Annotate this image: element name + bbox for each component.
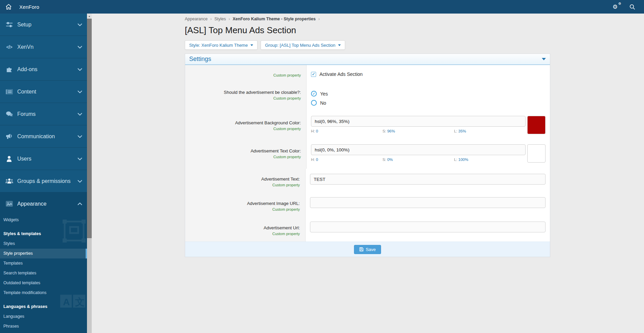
chevron-up-icon [77, 203, 82, 205]
form-row-image-url: Advertisement Image URL: Custom property [185, 192, 550, 217]
sidebar-item-label: Content [17, 89, 36, 95]
code-icon: </> [5, 44, 14, 50]
sidebar-section-appearance: Appearance Widgets Styles & templates St… [0, 192, 87, 333]
form-row-url: Advertisement Url: Custom property [185, 217, 550, 242]
sidebar-item-label: Add-ons [17, 66, 38, 72]
breadcrumb-styles[interactable]: Styles [214, 17, 226, 21]
sidebar-item-widgets[interactable]: Widgets [0, 215, 87, 225]
sidebar-item-setup[interactable]: Setup [0, 14, 87, 36]
sidebar-item-phrases[interactable]: Phrases [0, 321, 87, 331]
settings-panel-header[interactable]: Settings [185, 54, 550, 65]
field-label: Advertisement Image URL: [191, 201, 300, 206]
save-button[interactable]: Save [354, 245, 381, 254]
radio-label-yes[interactable]: Yes [320, 91, 328, 97]
closable-yes-radio[interactable]: ✓ [311, 91, 317, 97]
newspaper-icon [5, 89, 14, 95]
field-label: Advertisement Url: [191, 225, 300, 231]
sidebar-item-search-phrases[interactable]: Search phrases [0, 331, 87, 333]
field-label: Should the advertisement be closable?: [191, 90, 301, 95]
lightness-value[interactable]: 100% [458, 158, 468, 162]
sidebar-item-label: Forums [17, 111, 36, 117]
scrollbar-thumb[interactable] [87, 19, 92, 238]
settings-gears-icon[interactable]: ⚙⚙ [613, 3, 621, 11]
custom-property-label: Custom property [191, 183, 300, 187]
custom-property-label: Custom property [191, 96, 301, 100]
sidebar-item-users[interactable]: Users [0, 148, 87, 170]
lightness-value[interactable]: 35% [458, 129, 466, 133]
ad-text-input[interactable] [310, 174, 546, 185]
bg-color-swatch[interactable] [527, 116, 546, 134]
puzzle-icon [5, 66, 14, 72]
save-floppy-icon [359, 247, 363, 251]
text-color-input[interactable] [311, 144, 526, 155]
field-label: Advertisement Text Color: [191, 148, 301, 154]
sidebar-item-styles[interactable]: Styles [0, 239, 87, 249]
custom-property-label: Custom property [191, 207, 300, 211]
sidebar-item-content[interactable]: Content [0, 81, 87, 103]
chevron-down-icon [77, 46, 82, 48]
field-label: Advertisement Background Color: [191, 120, 301, 126]
sidebar-item-outdated-templates[interactable]: Outdated templates [0, 278, 87, 288]
subnav-heading-styles-templates: Styles & templates [0, 229, 87, 239]
sidebar-item-groups-permissions[interactable]: Groups & permissions [0, 170, 87, 192]
form-row-closable: Should the advertisement be closable?: C… [185, 84, 550, 112]
breadcrumb-separator: › [318, 17, 320, 21]
page-title: [ASL] Top Menu Ads Section [185, 24, 550, 36]
activate-ads-checkbox[interactable]: ✓ [311, 72, 316, 77]
appearance-subnav: Widgets Styles & templates Styles Style … [0, 215, 87, 333]
sidebar-item-label: Groups & permissions [17, 178, 70, 184]
ad-image-url-input[interactable] [310, 197, 546, 208]
sidebar-item-addons[interactable]: Add-ons [0, 58, 87, 81]
home-icon[interactable] [5, 3, 12, 11]
user-group-icon [5, 178, 14, 184]
saturation-value[interactable]: 0% [387, 158, 393, 162]
caret-down-icon [250, 44, 253, 46]
hue-value[interactable]: 0 [316, 129, 318, 133]
sidebar-item-appearance[interactable]: Appearance [0, 192, 87, 215]
sliders-icon [5, 22, 14, 28]
group-selector-button[interactable]: Group: [ASL] Top Menu Ads Section [261, 40, 345, 50]
search-icon[interactable] [629, 4, 635, 10]
sidebar-scrollbar[interactable]: ▲ [87, 14, 92, 333]
sidebar-item-communication[interactable]: Communication [0, 125, 87, 148]
sidebar-item-templates[interactable]: Templates [0, 258, 87, 268]
sidebar-item-label: Appearance [17, 201, 46, 207]
panel-footer: Save [185, 242, 550, 257]
breadcrumb-separator: › [210, 17, 212, 21]
saturation-value[interactable]: 96% [387, 129, 395, 133]
chevron-down-icon [77, 158, 82, 160]
megaphone-icon [5, 133, 14, 139]
app-title: XenForo [19, 4, 39, 10]
topbar: XenForo ⚙⚙ [0, 0, 644, 14]
hue-value[interactable]: 0 [316, 158, 318, 162]
bg-color-input[interactable] [311, 116, 526, 127]
scrollbar-up-button[interactable]: ▲ [87, 14, 92, 19]
breadcrumb: Appearance › Styles › XenForo Kalium The… [185, 14, 550, 21]
sidebar: Setup </> XenVn Add-ons Content Forums C… [0, 14, 87, 333]
closable-no-radio[interactable] [311, 100, 317, 106]
radio-label-no[interactable]: No [320, 100, 326, 106]
breadcrumb-appearance[interactable]: Appearance [185, 17, 207, 21]
style-selector-button[interactable]: Style: XenForo Kalium Theme [185, 40, 258, 50]
hsl-values: H:0 S:0% L:100% [311, 158, 526, 162]
sidebar-item-xenvn[interactable]: </> XenVn [0, 36, 87, 58]
collapse-arrow-icon[interactable] [542, 58, 546, 60]
sidebar-item-forums[interactable]: Forums [0, 103, 87, 125]
form-row-ad-text: Advertisement Text: Custom property [185, 169, 550, 192]
panel-title: Settings [189, 56, 211, 63]
text-color-swatch[interactable] [527, 144, 546, 163]
sidebar-item-languages[interactable]: Languages [0, 312, 87, 321]
sidebar-item-search-templates[interactable]: Search templates [0, 268, 87, 278]
subnav-heading-languages-phrases: Languages & phrases [0, 302, 87, 312]
sidebar-item-label: Communication [17, 133, 55, 140]
custom-property-label: Custom property [191, 232, 300, 236]
form-row-bg-color: Advertisement Background Color: Custom p… [185, 112, 550, 140]
checkbox-label[interactable]: Activate Ads Section [319, 71, 363, 77]
chevron-down-icon [77, 135, 82, 138]
sidebar-item-style-properties[interactable]: Style properties [0, 249, 87, 258]
breadcrumb-current[interactable]: XenForo Kalium Theme - Style properties [232, 17, 315, 21]
image-icon [5, 201, 14, 207]
sidebar-item-template-modifications[interactable]: Template modifications [0, 288, 87, 298]
custom-property-label: Custom property [191, 127, 301, 131]
ad-url-input[interactable] [310, 222, 546, 232]
